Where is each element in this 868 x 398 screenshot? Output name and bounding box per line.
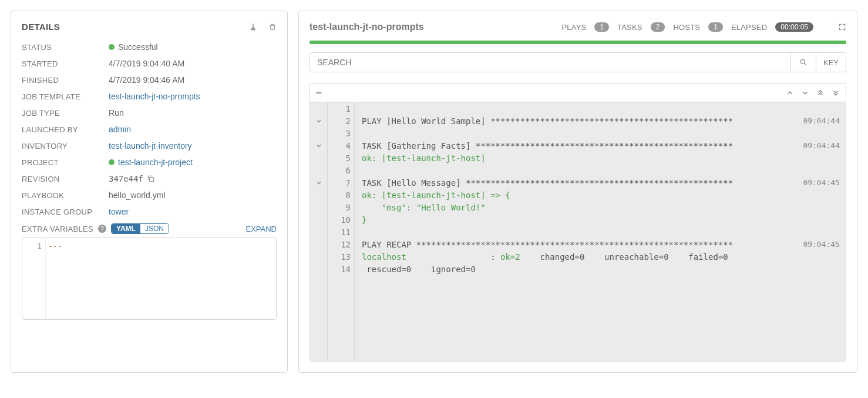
- prev-event-icon[interactable]: [786, 89, 794, 97]
- tasks-count: 2: [651, 22, 665, 32]
- hosts-label: HOSTS: [673, 23, 700, 32]
- line-number: 6: [328, 164, 351, 176]
- search-input[interactable]: [309, 52, 791, 72]
- expand-output-icon[interactable]: [838, 23, 846, 31]
- launched-by-link[interactable]: admin: [109, 125, 131, 134]
- hosts-count: 1: [708, 22, 723, 32]
- fold-gutter: [310, 102, 328, 361]
- fold-toggle[interactable]: [310, 115, 327, 127]
- delete-icon[interactable]: [268, 22, 277, 32]
- scroll-top-icon[interactable]: [816, 89, 825, 97]
- format-toggle: YAML JSON: [111, 223, 169, 234]
- scroll-bottom-icon[interactable]: [832, 89, 840, 97]
- fold-toggle: [310, 152, 327, 164]
- log-timestamp: 09:04:45: [796, 178, 840, 187]
- log-line: TASK [Hello Message] *******************…: [362, 176, 840, 189]
- elapsed-value: 00:00:05: [775, 22, 813, 32]
- status-value: Successful: [109, 42, 158, 52]
- expand-button[interactable]: EXPAND: [246, 225, 277, 233]
- finished-label: FINISHED: [22, 76, 109, 85]
- details-panel: DETAILS STATUSSuccessful STARTED4/7/2019…: [11, 11, 288, 373]
- elapsed-label: ELAPSED: [731, 23, 767, 32]
- download-icon[interactable]: [822, 23, 830, 31]
- details-title: DETAILS: [22, 22, 60, 32]
- tasks-label: TASKS: [617, 23, 642, 32]
- project-status-dot-icon: [109, 159, 115, 165]
- project-label: PROJECT: [22, 158, 109, 167]
- log-line: }: [362, 213, 840, 226]
- playbook-value: hello_world.yml: [109, 190, 165, 200]
- line-number: 10: [328, 213, 351, 226]
- log-line: [362, 164, 840, 176]
- line-number: 2: [328, 115, 351, 127]
- fold-toggle: [310, 164, 327, 176]
- next-event-icon[interactable]: [801, 89, 809, 97]
- svg-point-1: [800, 59, 805, 63]
- help-icon[interactable]: ?: [98, 225, 106, 233]
- output-panel: test-launch-jt-no-prompts PLAYS 1 TASKS …: [298, 11, 857, 373]
- finished-value: 4/7/2019 9:04:46 AM: [109, 75, 184, 85]
- fold-toggle[interactable]: [310, 139, 327, 152]
- started-value: 4/7/2019 9:04:40 AM: [109, 59, 184, 68]
- job-template-link[interactable]: test-launch-jt-no-prompts: [109, 92, 200, 101]
- log-line: ok: [test-launch-jt-host]: [362, 152, 840, 164]
- log-line: [362, 127, 840, 139]
- job-type-value: Run: [109, 108, 124, 118]
- status-label: STATUS: [22, 43, 109, 52]
- line-number: 11: [328, 226, 351, 238]
- progress-bar: [309, 41, 846, 44]
- plays-label: PLAYS: [561, 23, 586, 32]
- extra-variables-editor[interactable]: 1 ---: [22, 238, 277, 320]
- fold-toggle: [310, 226, 327, 238]
- fold-toggle: [310, 201, 327, 213]
- log-lines: PLAY [Hello World Sample] **************…: [355, 102, 846, 361]
- log-container: – 1234567891011121314 PLAY [Hello World …: [309, 83, 846, 362]
- line-gutter: 1234567891011121314: [328, 102, 355, 361]
- line-number: 5: [328, 152, 351, 164]
- instance-group-label: INSTANCE GROUP: [22, 208, 109, 216]
- fold-toggle: [310, 263, 327, 275]
- log-line: [362, 226, 840, 238]
- fold-toggle: [310, 213, 327, 226]
- extra-variables-label: EXTRA VARIABLES: [22, 225, 93, 233]
- job-template-label: JOB TEMPLATE: [22, 92, 109, 101]
- job-name: test-launch-jt-no-prompts: [309, 22, 424, 32]
- project-link[interactable]: test-launch-jt-project: [109, 158, 193, 167]
- editor-gutter: 1: [22, 238, 46, 319]
- job-type-label: JOB TYPE: [22, 109, 109, 118]
- launched-by-label: LAUNCHED BY: [22, 125, 109, 134]
- log-line: localhost : ok=2 changed=0 unreachable=0…: [362, 250, 840, 263]
- fold-toggle: [310, 238, 327, 250]
- fold-toggle: [310, 102, 327, 115]
- inventory-link[interactable]: test-launch-jt-inventory: [109, 141, 192, 150]
- log-line: PLAY RECAP *****************************…: [362, 238, 840, 250]
- fold-toggle: [310, 189, 327, 201]
- instance-group-link[interactable]: tower: [109, 207, 129, 216]
- log-line: [362, 102, 840, 115]
- line-number: 7: [328, 176, 351, 189]
- log-line: "msg": "Hello World!": [362, 201, 840, 213]
- playbook-label: PLAYBOOK: [22, 191, 109, 200]
- editor-content: ---: [46, 238, 62, 319]
- copy-icon[interactable]: [147, 175, 155, 183]
- collapse-all-button[interactable]: –: [316, 86, 322, 99]
- fold-toggle: [310, 127, 327, 139]
- line-number: 9: [328, 201, 351, 213]
- revision-label: REVISION: [22, 175, 109, 183]
- svg-rect-0: [150, 178, 154, 182]
- line-number: 4: [328, 139, 351, 152]
- status-dot-icon: [109, 44, 115, 50]
- log-line: PLAY [Hello World Sample] **************…: [362, 115, 840, 127]
- started-label: STARTED: [22, 59, 109, 68]
- line-number: 3: [328, 127, 351, 139]
- json-toggle[interactable]: JSON: [140, 224, 169, 233]
- log-line: rescued=0 ignored=0: [362, 263, 840, 275]
- plays-count: 1: [594, 22, 609, 32]
- log-line: ok: [test-launch-jt-host] => {: [362, 189, 840, 201]
- log-timestamp: 09:04:44: [796, 116, 840, 125]
- relaunch-icon[interactable]: [248, 22, 258, 32]
- fold-toggle[interactable]: [310, 176, 327, 189]
- key-button[interactable]: KEY: [816, 52, 846, 72]
- yaml-toggle[interactable]: YAML: [112, 224, 140, 233]
- search-button[interactable]: [791, 52, 816, 72]
